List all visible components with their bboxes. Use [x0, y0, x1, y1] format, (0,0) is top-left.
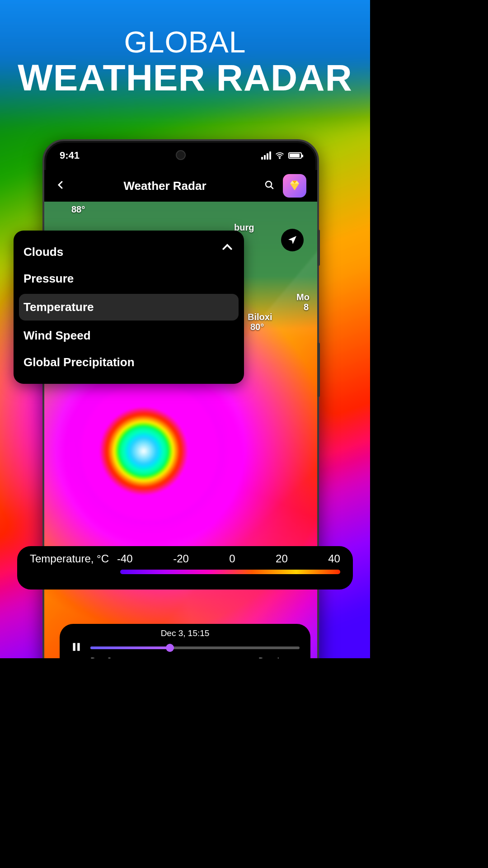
pause-button[interactable] — [70, 641, 82, 655]
temperature-legend: Temperature, °C -40-2002040 — [17, 546, 353, 590]
search-button[interactable] — [264, 179, 275, 192]
timeline-end: Dec 4 — [258, 656, 280, 658]
status-time: 9:41 — [60, 150, 80, 161]
legend-gradient — [120, 570, 340, 574]
map-label: 88° — [71, 204, 85, 214]
timeline-current: Dec 3, 15:15 — [70, 628, 300, 638]
map-label: Biloxi — [248, 312, 272, 322]
svg-rect-2 — [73, 643, 75, 651]
location-arrow-icon — [287, 235, 298, 245]
side-button — [317, 343, 320, 397]
layer-option-global-precipitation[interactable]: Global Precipitation — [14, 349, 244, 376]
layer-option-temperature[interactable]: Temperature — [19, 294, 239, 321]
locate-me-button[interactable] — [281, 229, 304, 251]
page-title: Weather Radar — [123, 179, 206, 193]
layer-option-wind-speed[interactable]: Wind Speed — [14, 322, 244, 349]
map-label: 80° — [250, 322, 264, 332]
legend-tick: -20 — [173, 552, 189, 565]
map-label: 8 — [304, 302, 309, 312]
legend-ticks: -40-2002040 — [117, 552, 340, 565]
svg-point-0 — [279, 157, 280, 158]
wifi-icon — [275, 151, 285, 160]
headline-line2: WEATHER RADAR — [0, 57, 370, 99]
premium-button[interactable] — [283, 174, 306, 198]
headline-line1: GLOBAL — [0, 25, 370, 59]
legend-title: Temperature, °C — [30, 552, 109, 565]
svg-rect-3 — [77, 643, 80, 651]
status-right — [261, 151, 302, 160]
layer-option-pressure[interactable]: Pressure — [14, 265, 244, 292]
timeline-track[interactable] — [90, 646, 300, 649]
timeline-start: Dec 3 — [90, 656, 112, 658]
map-label: Mo — [296, 292, 310, 302]
diamond-icon — [288, 179, 301, 193]
app-header: Weather Radar — [44, 170, 317, 202]
status-bar: 9:41 — [44, 141, 317, 170]
layer-option-clouds[interactable]: Clouds — [14, 239, 244, 265]
legend-tick: 40 — [328, 552, 340, 565]
back-button[interactable] — [55, 179, 66, 192]
pause-icon — [70, 641, 82, 653]
layer-picker[interactable]: CloudsPressureTemperatureWind SpeedGloba… — [14, 231, 244, 384]
timeline-progress — [90, 646, 170, 649]
timeline-knob[interactable] — [166, 644, 174, 652]
legend-tick: 20 — [276, 552, 288, 565]
battery-icon — [288, 152, 302, 159]
timeline-scrubber[interactable]: Dec 3, 15:15 Dec 3 Dec 4 — [60, 624, 310, 658]
legend-tick: 0 — [229, 552, 235, 565]
promo-headline: GLOBAL WEATHER RADAR — [0, 25, 370, 99]
legend-tick: -40 — [117, 552, 133, 565]
side-button — [317, 230, 320, 266]
cellular-icon — [261, 151, 271, 160]
